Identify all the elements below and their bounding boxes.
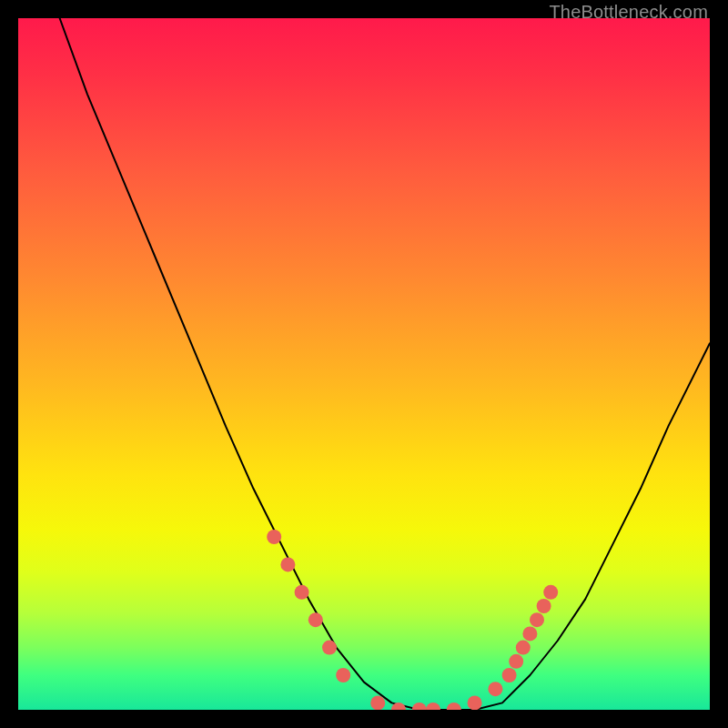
curve-marker xyxy=(516,641,531,655)
curve-marker xyxy=(488,682,502,696)
curve-marker xyxy=(522,626,537,641)
curve-marker xyxy=(530,612,544,627)
plot-area xyxy=(18,18,710,710)
bottleneck-curve-svg xyxy=(18,18,710,710)
curve-marker xyxy=(295,585,309,600)
chart-stage: TheBottleneck.com xyxy=(0,0,728,728)
curve-marker xyxy=(426,703,440,710)
curve-marker xyxy=(502,668,517,682)
curve-marker xyxy=(412,703,427,710)
watermark-text: TheBottleneck.com xyxy=(549,2,708,23)
curve-marker xyxy=(322,641,337,655)
curve-marker xyxy=(509,654,523,669)
curve-marker xyxy=(543,585,558,600)
curve-marker xyxy=(370,695,385,710)
markers-layer xyxy=(267,530,558,710)
curve-marker xyxy=(468,695,482,710)
curve-layer xyxy=(60,18,710,710)
curve-marker xyxy=(267,530,281,544)
curve-marker xyxy=(336,668,350,682)
curve-marker xyxy=(447,703,461,710)
curve-marker xyxy=(280,557,295,571)
curve-marker xyxy=(537,599,551,613)
curve-marker xyxy=(308,612,323,627)
bottleneck-curve-path xyxy=(60,18,710,710)
